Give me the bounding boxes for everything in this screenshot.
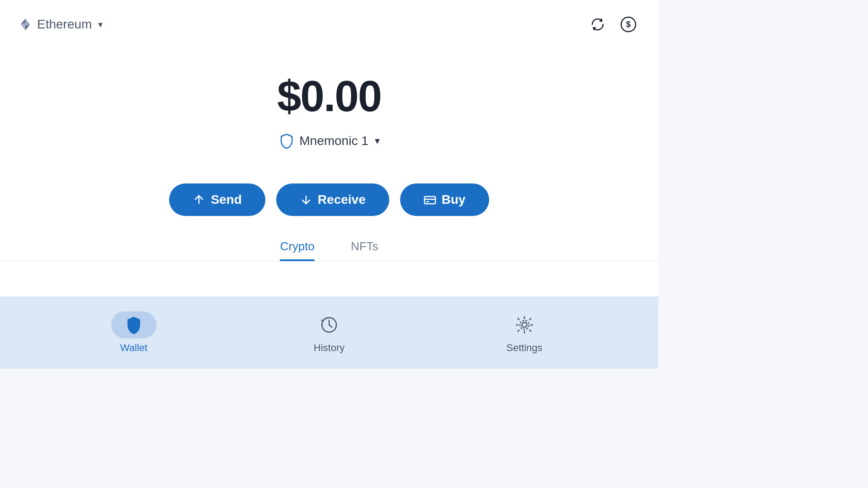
shield-icon (278, 133, 295, 149)
send-label: Send (211, 192, 241, 207)
refresh-button[interactable] (586, 13, 609, 36)
top-actions: $ (586, 13, 640, 36)
svg-rect-10 (426, 201, 429, 202)
nav-history[interactable]: History (284, 311, 374, 354)
network-selector[interactable]: Ethereum ▾ (18, 17, 103, 32)
gear-icon (514, 315, 534, 335)
network-chevron-icon: ▾ (98, 19, 103, 30)
tab-crypto[interactable]: Crypto (280, 239, 315, 261)
receive-label: Receive (318, 192, 366, 207)
buy-icon (424, 193, 436, 206)
receive-icon (300, 193, 312, 206)
ethereum-icon (18, 17, 33, 32)
svg-rect-8 (425, 197, 435, 204)
tab-nfts[interactable]: NFTs (351, 239, 378, 261)
top-bar: Ethereum ▾ $ (0, 0, 658, 45)
buy-label: Buy (442, 192, 466, 207)
nav-settings[interactable]: Settings (479, 311, 570, 354)
history-icon-wrapper (307, 311, 352, 338)
buy-button[interactable]: Buy (400, 183, 489, 216)
nav-wallet[interactable]: Wallet (89, 311, 179, 354)
dollar-icon: $ (620, 16, 637, 33)
network-name: Ethereum (37, 17, 92, 32)
account-selector[interactable]: Mnemonic 1 ▾ (278, 133, 380, 149)
account-chevron-icon: ▾ (375, 135, 380, 147)
wallet-icon-wrapper (111, 311, 156, 338)
balance-section: $0.00 Mnemonic 1 ▾ (277, 72, 381, 149)
svg-point-12 (522, 323, 527, 328)
action-buttons: Send Receive Buy (169, 183, 489, 216)
history-label: History (314, 342, 344, 354)
history-icon (319, 315, 339, 335)
wallet-shield-icon (124, 315, 144, 335)
wallet-label: Wallet (120, 342, 147, 354)
receive-button[interactable]: Receive (276, 183, 389, 216)
settings-icon-wrapper (502, 311, 547, 338)
svg-text:$: $ (626, 20, 631, 29)
content-tabs: Crypto NFTs (0, 239, 658, 261)
bottom-nav: Wallet History Settings (0, 296, 658, 369)
send-icon (193, 193, 205, 206)
send-button[interactable]: Send (169, 183, 265, 216)
svg-point-13 (520, 320, 529, 329)
account-name: Mnemonic 1 (299, 134, 368, 148)
settings-label: Settings (506, 342, 542, 354)
refresh-icon (590, 16, 606, 33)
balance-amount: $0.00 (277, 72, 381, 120)
currency-button[interactable]: $ (617, 13, 640, 36)
